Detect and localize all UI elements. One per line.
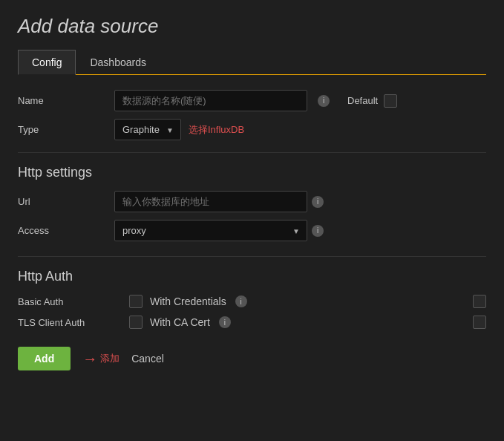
access-select[interactable]: proxy direct	[114, 220, 307, 241]
with-credentials-info-icon[interactable]: i	[235, 295, 247, 307]
name-label: Name	[18, 95, 114, 106]
with-credentials-group: With Credentials i	[150, 295, 465, 307]
type-row: Type Graphite InfluxDB 选择InfluxDB	[18, 119, 486, 140]
page-title: Add data source	[18, 15, 486, 38]
name-input[interactable]	[114, 90, 307, 111]
url-info-icon[interactable]: i	[312, 196, 324, 208]
cancel-group: → 添加	[82, 350, 120, 368]
name-row: Name i Default	[18, 90, 486, 111]
cancel-button[interactable]: Cancel	[131, 353, 164, 365]
type-label: Type	[18, 124, 114, 135]
access-info-icon[interactable]: i	[312, 225, 324, 237]
divider-2	[18, 256, 486, 257]
tab-dashboards[interactable]: Dashboards	[76, 50, 160, 74]
type-select-wrapper: Graphite InfluxDB	[114, 119, 181, 140]
basic-auth-checkbox[interactable]	[129, 295, 143, 308]
tab-config[interactable]: Config	[18, 50, 76, 75]
divider-1	[18, 152, 486, 153]
url-input[interactable]	[114, 191, 307, 212]
http-settings-section: Http settings Url i Access proxy direct …	[18, 165, 486, 241]
access-row: Access proxy direct i	[18, 220, 486, 241]
add-annotation: 添加	[100, 352, 120, 365]
type-annotation: 选择InfluxDB	[189, 123, 244, 137]
with-credentials-checkbox[interactable]	[473, 295, 486, 308]
with-ca-cert-checkbox[interactable]	[473, 316, 486, 329]
default-checkbox[interactable]	[384, 94, 397, 108]
basic-auth-label: Basic Auth	[18, 296, 114, 307]
url-label: Url	[18, 196, 114, 207]
page-container: Add data source Config Dashboards Name i…	[0, 0, 504, 385]
tls-client-auth-label: TLS Client Auth	[18, 317, 114, 328]
bottom-bar: Add → 添加 Cancel	[18, 347, 486, 370]
tabs-bar: Config Dashboards	[18, 50, 486, 75]
http-auth-title: Http Auth	[18, 269, 486, 284]
name-input-group: i Default	[114, 90, 486, 111]
http-auth-section: Http Auth Basic Auth With Credentials i …	[18, 269, 486, 329]
type-select[interactable]: Graphite InfluxDB	[114, 119, 181, 140]
with-credentials-label: With Credentials	[150, 295, 226, 307]
access-label: Access	[18, 225, 114, 236]
name-info-icon[interactable]: i	[318, 95, 330, 107]
default-label: Default	[347, 95, 378, 106]
access-select-wrapper: proxy direct	[114, 220, 307, 241]
add-button[interactable]: Add	[18, 347, 71, 370]
url-row: Url i	[18, 191, 486, 212]
with-ca-cert-info-icon[interactable]: i	[219, 316, 231, 328]
http-auth-grid: Basic Auth With Credentials i TLS Client…	[18, 295, 486, 329]
arrow-icon: →	[82, 350, 97, 368]
type-select-group: Graphite InfluxDB 选择InfluxDB	[114, 119, 244, 140]
tls-client-auth-checkbox[interactable]	[129, 316, 143, 329]
with-ca-cert-label: With CA Cert	[150, 316, 210, 328]
http-settings-title: Http settings	[18, 165, 486, 180]
with-ca-cert-group: With CA Cert i	[150, 316, 465, 328]
